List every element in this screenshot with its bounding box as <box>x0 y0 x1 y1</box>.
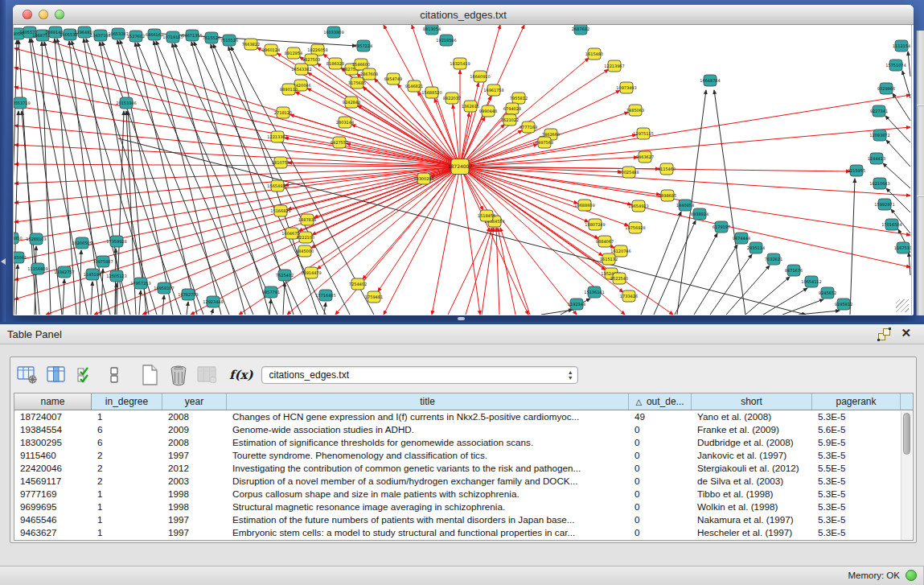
graph-node[interactable]: 9884067 <box>596 236 614 247</box>
table-row[interactable]: 1872400712008Changes of HCN gene express… <box>14 410 913 423</box>
graph-node[interactable]: 1887834 <box>298 214 316 225</box>
network-view-canvas[interactable]: 1540557214055724196875122069140616055387… <box>13 25 912 315</box>
graph-node[interactable]: 7663822 <box>242 39 260 50</box>
graph-node[interactable]: 15992971 <box>874 199 894 210</box>
graph-node[interactable]: 6497568 <box>536 137 553 148</box>
graph-node[interactable]: 12975115 <box>633 128 653 139</box>
graph-node[interactable]: 1810755 <box>272 157 290 168</box>
graph-node[interactable]: 7515526 <box>220 35 238 46</box>
column-header-year[interactable]: year <box>162 393 227 410</box>
graph-node[interactable]: 1733426 <box>620 290 638 302</box>
show-columns-button[interactable] <box>44 363 68 387</box>
window-resize-grip[interactable] <box>896 299 909 312</box>
table-row[interactable]: 946554611997Estimation of the future num… <box>14 513 913 526</box>
graph-node[interactable]: 1145194 <box>84 269 101 280</box>
graph-node[interactable]: 8471676 <box>785 265 803 276</box>
graph-node[interactable]: 19218586 <box>436 35 456 46</box>
graph-node[interactable]: 10653287 <box>108 28 128 39</box>
table-row[interactable]: 969969511998Structural magnetic resonanc… <box>14 501 913 513</box>
graph-node[interactable]: 7485063 <box>626 105 644 116</box>
graph-node[interactable]: 2718120 <box>274 107 292 118</box>
graph-node[interactable]: 16914479 <box>301 267 321 278</box>
graph-node[interactable]: 12505123 <box>106 270 126 282</box>
column-header-short[interactable]: short <box>692 393 812 410</box>
graph-node[interactable]: 10654112 <box>801 276 821 287</box>
graph-node[interactable]: 9242848 <box>343 97 360 108</box>
graph-node[interactable]: 6794028 <box>503 103 521 114</box>
graph-node[interactable]: 8822037 <box>443 93 461 104</box>
graph-node[interactable]: 16958107 <box>154 282 174 294</box>
graph-node[interactable]: 1518455 <box>478 210 495 221</box>
graph-node[interactable]: 4845000 <box>296 245 314 257</box>
graph-node[interactable]: 7632621 <box>765 253 782 265</box>
graph-node[interactable]: 3175685 <box>348 77 366 89</box>
graph-node[interactable]: 9474444 <box>733 233 750 244</box>
graph-node[interactable]: 7857224 <box>355 40 372 51</box>
row-height-button[interactable] <box>102 363 126 387</box>
graph-node[interactable]: 12923448 <box>203 296 223 307</box>
table-row[interactable]: 946362711997Embryonic stem cells: a mode… <box>14 526 913 539</box>
graph-node[interactable]: 1362615 <box>462 101 479 112</box>
graph-node[interactable]: 9857791 <box>262 286 280 298</box>
graph-node[interactable]: 1759481 <box>365 291 383 303</box>
graph-node[interactable]: 9146821 <box>405 80 423 92</box>
graph-node[interactable]: 9990448 <box>479 105 497 117</box>
graph-node[interactable]: 8912954 <box>285 47 302 59</box>
graph-node[interactable]: 2687682 <box>572 25 589 35</box>
graph-node[interactable]: 6179197 <box>713 221 730 233</box>
graph-node[interactable]: 16782753 <box>178 289 198 300</box>
table-row[interactable]: 2242004622012Investigating the contribut… <box>14 462 913 475</box>
delete-button[interactable] <box>166 363 191 387</box>
graph-node[interactable]: 10719185 <box>162 31 183 43</box>
graph-node[interactable]: 7485061 <box>14 252 27 263</box>
panel-splitter-handle[interactable] <box>458 317 465 320</box>
graph-node[interactable]: 20153346 <box>116 97 136 109</box>
graph-node[interactable]: 1112154 <box>893 40 910 51</box>
column-header-title[interactable]: title <box>227 393 629 410</box>
graph-node[interactable]: 15136141 <box>584 286 604 298</box>
graph-node[interactable]: 25260850 <box>14 233 23 244</box>
close-panel-icon[interactable]: ✕ <box>901 326 911 340</box>
new-file-button[interactable] <box>138 363 162 387</box>
graph-node[interactable]: 12093872 <box>869 130 889 141</box>
graph-node[interactable]: 20206505 <box>72 237 92 249</box>
graph-node[interactable]: 6466161 <box>146 29 163 40</box>
graph-node[interactable]: 8186328 <box>326 58 344 69</box>
graph-node[interactable]: 7615526 <box>203 32 220 43</box>
graph-node[interactable]: 8427552 <box>331 137 348 148</box>
function-builder-button[interactable]: f(x) <box>229 368 253 382</box>
graph-node[interactable]: 18807249 <box>585 219 605 230</box>
graph-node[interactable]: 1615480 <box>585 48 603 60</box>
graph-node[interactable]: 7955812 <box>510 93 528 104</box>
graph-node[interactable]: 17016504 <box>881 219 901 230</box>
column-header-pagerank[interactable]: pagerank <box>812 393 901 410</box>
graph-node[interactable]: 1440954 <box>676 200 694 211</box>
graph-node[interactable]: 9227341 <box>870 105 888 117</box>
table-row[interactable]: 1456911722003Disruption of a novel membe… <box>14 475 913 488</box>
graph-node[interactable]: 14671355 <box>182 30 202 41</box>
column-header-name[interactable]: name <box>14 393 92 410</box>
scrollbar-thumb[interactable] <box>903 413 910 455</box>
float-panel-icon[interactable] <box>878 328 890 340</box>
graph-node[interactable]: 9329966 <box>877 83 895 94</box>
graph-node[interactable]: 16648784 <box>700 75 720 86</box>
graph-node[interactable]: 9898685 <box>659 190 676 201</box>
graph-node[interactable]: 18724007 <box>448 159 473 175</box>
graph-node[interactable]: 7625402 <box>276 270 294 281</box>
graph-node[interactable]: 30975887 <box>92 256 113 267</box>
graph-node[interactable]: 2803144 <box>336 117 354 128</box>
graph-node[interactable]: 9245652 <box>819 287 836 299</box>
table-selector[interactable]: citations_edges.txt ▲▼ <box>261 366 578 384</box>
graph-node[interactable]: 2522540 <box>610 273 628 284</box>
graph-node[interactable]: 9115460 <box>658 163 676 175</box>
graph-node[interactable]: 2935114 <box>747 242 765 253</box>
graph-node[interactable]: 20553719 <box>14 97 31 109</box>
table-row[interactable]: 1830029562008Estimation of significance … <box>14 436 913 449</box>
graph-node[interactable]: 9777169 <box>519 122 537 133</box>
network-window-titlebar[interactable]: citations_edges.txt <box>13 5 914 25</box>
graph-node[interactable]: 8454749 <box>384 73 402 84</box>
graph-node[interactable]: 8938924 <box>691 208 708 220</box>
select-rows-button[interactable] <box>73 363 97 387</box>
graph-node[interactable]: 8813054 <box>423 25 441 35</box>
graph-node[interactable]: 1621022 <box>501 114 519 126</box>
